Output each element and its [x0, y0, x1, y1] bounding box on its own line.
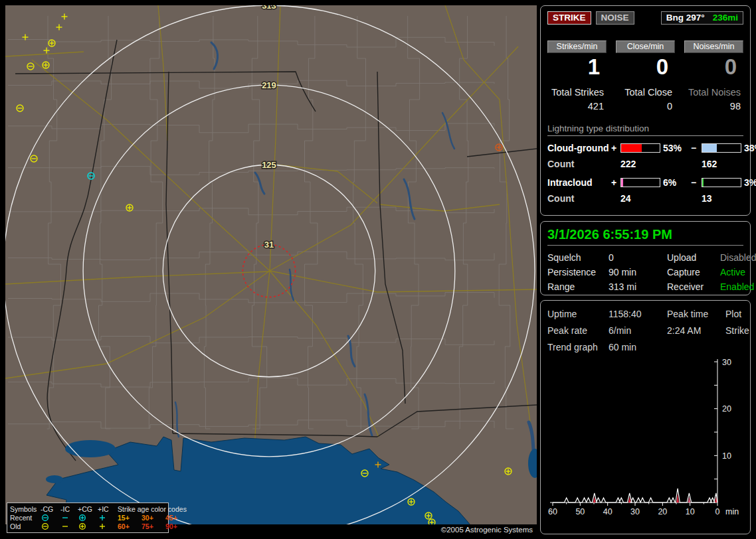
- age-code-90: 90+: [165, 522, 187, 530]
- svg-text:313: 313: [262, 5, 276, 11]
- status-panel: 3/1/2026 6:55:19 PM Squelch 0 Upload Dis…: [540, 221, 751, 295]
- upload-label: Upload: [667, 252, 720, 263]
- age-code-30: 30+: [142, 514, 165, 522]
- recent-neg-ic-icon: [60, 514, 70, 522]
- receiver-status: Enabled: [720, 281, 756, 292]
- cg-negative-bar: [702, 143, 741, 153]
- strikes-per-min-value: 1: [547, 55, 607, 79]
- svg-text:20: 20: [722, 404, 731, 414]
- ic-positive-pct: 6%: [660, 177, 691, 188]
- cg-count-label: Count: [547, 159, 611, 169]
- noise-toggle-button[interactable]: NOISE: [596, 11, 634, 25]
- age-code-15: 15+: [118, 514, 142, 522]
- strikes-per-min-button[interactable]: Strikes/min: [547, 40, 607, 53]
- svg-text:30: 30: [630, 507, 640, 516]
- total-noises-value: 98: [684, 101, 743, 112]
- strike-stats-panel: STRIKE NOISE Bng 297° 236mi Strikes/min …: [540, 5, 751, 216]
- minus-sign: −: [691, 143, 702, 153]
- bearing-range-value: 236mi: [713, 13, 738, 23]
- svg-text:20: 20: [658, 507, 667, 516]
- age-code-75: 75+: [142, 522, 165, 530]
- svg-text:31: 31: [264, 240, 274, 250]
- strike-toggle-button[interactable]: STRIKE: [547, 11, 591, 25]
- uptime-value: 1158:40: [609, 309, 667, 319]
- noises-per-min-button[interactable]: Noises/min: [684, 40, 743, 53]
- noises-per-min-value: 0: [684, 55, 743, 79]
- trend-graph: 6050403020100min302010: [547, 355, 744, 520]
- total-close-value: 0: [616, 101, 675, 112]
- trend-graph-label: Trend graph: [547, 342, 609, 352]
- persistence-value: 90 min: [609, 267, 667, 277]
- cg-positive-count: 222: [620, 159, 660, 169]
- svg-text:60: 60: [548, 507, 557, 516]
- intracloud-label: Intracloud: [547, 177, 611, 188]
- legend-col-pos-cg: +CG: [78, 505, 98, 513]
- legend-age-header: Strike age color codes: [118, 505, 187, 513]
- cg-negative-pct: 38%: [741, 143, 756, 153]
- recent-neg-cg-icon: [41, 514, 50, 522]
- age-code-60: 60+: [118, 522, 142, 530]
- svg-text:40: 40: [603, 507, 613, 516]
- svg-text:min: min: [725, 507, 739, 516]
- intracloud-count-row: Count 24 13: [547, 193, 743, 204]
- svg-text:219: 219: [262, 80, 276, 90]
- old-neg-ic-icon: [60, 522, 70, 530]
- cloud-ground-label: Cloud-ground: [547, 143, 611, 153]
- plot-label: Plot: [725, 309, 749, 319]
- ic-positive-count: 24: [620, 193, 660, 204]
- legend-row-recent-label: Recent: [10, 514, 41, 522]
- upload-status: Disabled: [720, 252, 756, 263]
- old-pos-cg-icon: [78, 522, 87, 530]
- close-per-min-value: 0: [616, 55, 675, 79]
- cg-positive-bar: [620, 143, 660, 153]
- range-value: 313 mi: [609, 281, 667, 292]
- svg-text:50: 50: [575, 507, 585, 516]
- persistence-label: Persistence: [547, 267, 609, 277]
- cloud-ground-count-row: Count 222 162: [547, 159, 743, 169]
- ic-negative-count: 13: [702, 193, 741, 204]
- close-per-min-button[interactable]: Close/min: [616, 40, 675, 53]
- squelch-value: 0: [609, 252, 667, 263]
- receiver-label: Receiver: [667, 281, 720, 292]
- total-strikes-value: 421: [547, 101, 607, 112]
- total-strikes-label: Total Strikes: [547, 87, 607, 98]
- plot-mode-value: Strike: [725, 325, 749, 336]
- svg-text:125: 125: [262, 160, 276, 170]
- total-close-label: Total Close: [616, 87, 675, 98]
- capture-label: Capture: [667, 267, 720, 277]
- svg-text:0: 0: [715, 507, 720, 516]
- old-pos-ic-icon: [98, 522, 107, 530]
- legend-col-neg-ic: -IC: [60, 505, 78, 513]
- lightning-map[interactable]: 31321912531: [5, 5, 537, 525]
- legend-row-old-label: Old: [10, 522, 41, 530]
- svg-text:10: 10: [686, 507, 695, 516]
- cg-positive-pct: 53%: [660, 143, 691, 153]
- old-neg-cg-icon: [41, 522, 50, 530]
- ic-negative-bar: [702, 178, 741, 187]
- cloud-ground-row: Cloud-ground + 53% − 38%: [547, 143, 743, 153]
- bearing-display: Bng 297° 236mi: [661, 11, 743, 25]
- ic-positive-bar: [620, 178, 660, 187]
- ic-negative-pct: 3%: [741, 177, 756, 188]
- cg-negative-count: 162: [702, 159, 741, 169]
- legend-col-pos-ic: +IC: [98, 505, 118, 513]
- map-canvas[interactable]: 31321912531: [5, 5, 537, 525]
- map-legend: Symbols -CG -IC +CG +IC Strike age color…: [7, 502, 169, 533]
- plus-sign: +: [611, 143, 620, 153]
- plus-sign: +: [611, 177, 620, 188]
- peak-rate-label: Peak rate: [547, 325, 609, 336]
- current-datetime: 3/1/2026 6:55:19 PM: [547, 227, 743, 246]
- recent-pos-ic-icon: [98, 514, 107, 522]
- minus-sign: −: [691, 177, 702, 188]
- squelch-label: Squelch: [547, 252, 609, 263]
- total-noises-label: Total Noises: [684, 87, 743, 98]
- bearing-value: Bng 297°: [666, 13, 705, 23]
- legend-symbols-header: Symbols: [10, 505, 41, 513]
- distribution-title: Lightning type distribution: [547, 123, 743, 136]
- peak-rate-value: 6/min: [609, 325, 667, 336]
- capture-status: Active: [720, 267, 756, 277]
- intracloud-row: Intracloud + 6% − 3%: [547, 177, 743, 188]
- peak-time-label: Peak time: [667, 309, 725, 319]
- svg-text:10: 10: [722, 451, 731, 461]
- svg-text:30: 30: [722, 358, 731, 367]
